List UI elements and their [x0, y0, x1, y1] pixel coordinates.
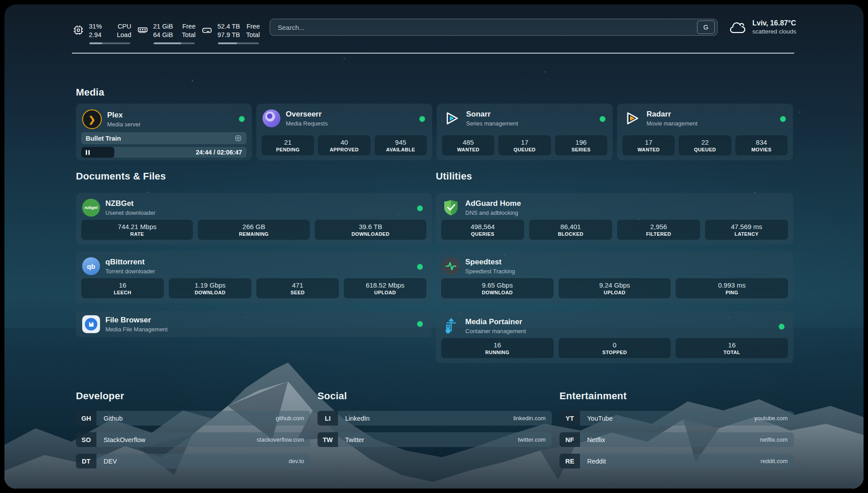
bookmark-abbr: DT — [76, 454, 96, 468]
cpu-icon — [73, 25, 84, 36]
stat-value: 22 — [701, 138, 709, 146]
app-subtitle: Container management — [465, 328, 526, 334]
disk-stat: 52.4 TB 97.9 TB Free Total — [201, 22, 260, 44]
bookmark-netflix[interactable]: NF Netflix netflix.com — [559, 432, 794, 447]
stat-label: DOWNLOAD — [195, 290, 225, 295]
stat-box: 266 GB REMAINING — [198, 220, 309, 240]
search-engine-button[interactable]: G — [697, 21, 715, 34]
stat-box: 21 PENDING — [262, 135, 314, 155]
app-subtitle: Media File Management — [105, 326, 167, 333]
disk-icon — [201, 25, 213, 36]
stat-label: PENDING — [276, 147, 300, 152]
bookmark-name: YouTube — [587, 415, 613, 422]
portainer-icon — [442, 317, 460, 335]
nzbget-card[interactable]: nzbget NZBGet Usenet downloader 744.21 M… — [76, 193, 432, 245]
pause-icon[interactable] — [86, 150, 90, 155]
stat-box: 9.24 Gbps UPLOAD — [559, 278, 671, 298]
app-name: Speedtest — [465, 258, 515, 267]
qbittorrent-icon: qb — [82, 257, 100, 275]
section-title-utilities: Utilities — [436, 171, 472, 182]
cpu-stat: 31% 2.94 CPU Load — [73, 22, 131, 44]
memory-free-value: 21 GiB — [153, 22, 173, 31]
stat-value: 0 — [613, 341, 616, 349]
cloud-icon — [728, 20, 747, 35]
stat-value: 16 — [119, 281, 126, 289]
stat-box: 17 QUEUED — [498, 135, 551, 155]
bookmark-stackoverflow[interactable]: SO StackOverflow stackoverflow.com — [76, 432, 310, 447]
bookmark-github[interactable]: GH Github github.com — [76, 411, 310, 426]
sonarr-card[interactable]: Sonarr Series management 485 WANTED 17 Q… — [437, 104, 613, 160]
playback-progress-bar[interactable]: 24:44 / 02:06:47 — [81, 147, 246, 158]
memory-free-label: Free — [182, 22, 196, 31]
memory-total-value: 64 GiB — [153, 31, 173, 39]
stat-value: 0.993 ms — [718, 281, 746, 289]
disk-free-value: 52.4 TB — [217, 22, 240, 31]
stat-label: QUEUED — [513, 147, 535, 152]
search-bar: G — [270, 19, 718, 36]
ram-icon — [137, 25, 148, 36]
sonarr-icon — [443, 109, 461, 127]
bookmark-dev[interactable]: DT DEV dev.to — [76, 454, 310, 468]
disk-progress-bar — [218, 42, 259, 44]
stat-label: UPLOAD — [374, 290, 396, 295]
stat-value: 86,401 — [560, 223, 581, 230]
stat-box: 9.65 Gbps DOWNLOAD — [441, 278, 554, 298]
stat-label: SERIES — [572, 147, 591, 152]
adguard-card[interactable]: AdGuard Home DNS and adblocking 498,564 … — [436, 193, 793, 245]
app-name: Overseerr — [286, 110, 328, 119]
bookmark-name: DEV — [104, 458, 117, 465]
portainer-card[interactable]: Media Portainer Container management 16 … — [436, 311, 793, 363]
bookmark-url: stackoverflow.com — [257, 436, 304, 443]
now-playing-title: Bullet Train — [86, 135, 121, 142]
section-title-social: Social — [317, 390, 347, 402]
status-dot — [600, 116, 605, 122]
stat-box: 39.6 TB DOWNLOADED — [315, 220, 426, 240]
radarr-icon — [623, 109, 641, 127]
bookmark-abbr: SO — [76, 432, 96, 447]
stat-box: 485 WANTED — [442, 135, 494, 155]
bookmark-twitter[interactable]: TW Twitter twitter.com — [317, 432, 552, 447]
app-subtitle: DNS and adblocking — [465, 209, 521, 216]
weather-location-temp: Lviv, 16.87°C — [752, 19, 796, 27]
stat-label: SEED — [291, 290, 305, 295]
stat-box: 16 RUNNING — [441, 338, 554, 358]
stat-value: 266 GB — [242, 223, 265, 230]
nzbget-icon: nzbget — [82, 199, 100, 217]
filebrowser-card[interactable]: File Browser Media File Management — [76, 311, 432, 337]
stat-value: 16 — [728, 341, 736, 349]
app-name: Plex — [107, 111, 141, 120]
bookmark-reddit[interactable]: RE Reddit reddit.com — [559, 454, 794, 468]
bookmark-abbr: GH — [76, 411, 96, 426]
adguard-icon — [442, 199, 460, 217]
qbittorrent-card[interactable]: qb qBittorrent Torrent downloader 16 LEE… — [76, 251, 432, 303]
app-subtitle: Media Requests — [286, 120, 328, 127]
bookmark-youtube[interactable]: YT YouTube youtube.com — [559, 411, 794, 426]
dashboard-page: 31% 2.94 CPU Load 21 GiB — [4, 4, 864, 489]
stat-box: 47.569 ms LATENCY — [705, 220, 788, 240]
stat-box: 2,956 FILTERED — [617, 220, 700, 240]
stat-value: 485 — [463, 138, 474, 146]
stat-box: 744.21 Mbps RATE — [81, 220, 193, 240]
stat-value: 47.569 ms — [731, 223, 762, 230]
overseerr-card[interactable]: Overseerr Media Requests 21 PENDING 40 A… — [256, 104, 432, 160]
search-input[interactable] — [277, 23, 697, 32]
bookmark-name: Github — [104, 415, 123, 422]
stat-label: AVAILABLE — [386, 147, 415, 152]
stat-box: 834 MOVIES — [735, 135, 788, 155]
status-dot — [417, 205, 423, 211]
stat-label: QUEUED — [694, 147, 716, 152]
radarr-card[interactable]: Radarr Movie management 17 WANTED 22 QUE… — [617, 104, 793, 160]
stat-label: BLOCKED — [558, 231, 583, 237]
stat-box: 945 AVAILABLE — [375, 135, 427, 155]
plex-card[interactable]: ❯ Plex Media server Bullet Train 24:44 /… — [76, 104, 252, 160]
stat-label: LATENCY — [734, 231, 759, 237]
bookmark-url: reddit.com — [760, 458, 788, 464]
bookmark-linkedin[interactable]: LI LinkedIn linkedin.com — [317, 411, 552, 426]
app-name: File Browser — [105, 316, 167, 325]
app-subtitle: Speedtest Tracking — [465, 268, 515, 275]
stat-box: 16 TOTAL — [676, 338, 788, 358]
stat-value: 498,564 — [471, 223, 495, 230]
bookmark-abbr: NF — [559, 432, 580, 447]
stat-box: 498,564 QUERIES — [441, 220, 524, 240]
speedtest-card[interactable]: Speedtest Speedtest Tracking 9.65 Gbps D… — [436, 251, 793, 303]
